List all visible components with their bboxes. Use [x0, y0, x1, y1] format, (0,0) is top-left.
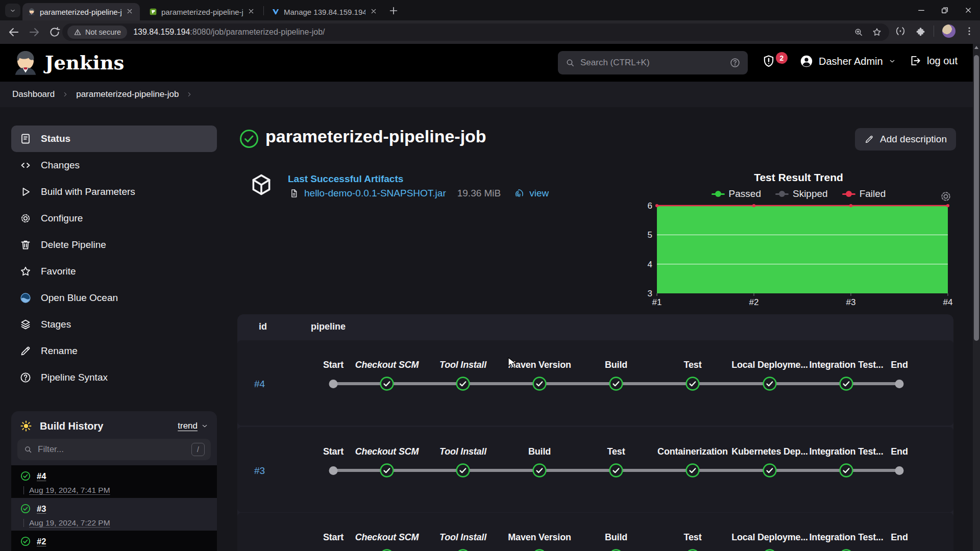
- filter-input[interactable]: [38, 444, 186, 455]
- svg-text:#3: #3: [846, 297, 856, 307]
- tab-title: Manage 139.84.159.194 - Vult: [284, 8, 365, 16]
- breadcrumb-job[interactable]: parameterized-pipeline-job: [76, 89, 179, 99]
- add-description-button[interactable]: Add description: [855, 128, 956, 151]
- jenkins-favicon: [28, 8, 36, 16]
- sidebar-item-status[interactable]: Status: [11, 126, 217, 152]
- pipeline-terminal-node[interactable]: [329, 466, 338, 475]
- security-notification-button[interactable]: 2: [762, 53, 790, 72]
- reload-button[interactable]: [48, 26, 61, 39]
- scrollbar-up-arrow[interactable]: [974, 46, 978, 49]
- stage-success-node[interactable]: [839, 463, 854, 478]
- stage-success-node[interactable]: [762, 376, 777, 391]
- pipeline-terminal-node[interactable]: [895, 466, 904, 475]
- sidebar-item-changes[interactable]: Changes: [11, 152, 217, 179]
- stage-success-node[interactable]: [379, 548, 395, 551]
- zoom-icon[interactable]: [853, 27, 864, 37]
- stage-success-node[interactable]: [608, 376, 624, 391]
- stage-success-node[interactable]: [762, 463, 777, 478]
- tab-close-icon[interactable]: [247, 7, 256, 16]
- legend-item-failed[interactable]: Failed: [842, 188, 886, 199]
- sidebar-item-configure[interactable]: Configure: [11, 205, 217, 232]
- sidebar-item-rename[interactable]: Rename: [11, 338, 217, 364]
- sidebar-item-label: Favorite: [41, 266, 76, 277]
- jenkins-home-link[interactable]: Jenkins: [11, 48, 124, 77]
- tab-close-icon[interactable]: [370, 7, 379, 16]
- build-number-link[interactable]: #3: [37, 504, 46, 514]
- build-date-link[interactable]: Aug 19, 2024, 7:41 PM: [29, 486, 110, 495]
- bookmark-star-icon[interactable]: [872, 27, 882, 37]
- breadcrumb: Dashboard parameterized-pipeline-job: [0, 82, 980, 107]
- extensions-icon[interactable]: [914, 26, 925, 37]
- trend-link[interactable]: trend: [178, 421, 209, 431]
- gitea-favicon: [149, 8, 157, 16]
- stage-success-node[interactable]: [455, 548, 471, 551]
- column-header-id: id: [259, 321, 267, 332]
- stage-success-node[interactable]: [608, 548, 624, 551]
- stage-label: End: [891, 446, 908, 457]
- search-input[interactable]: [580, 58, 724, 68]
- build-id-link[interactable]: #3: [254, 465, 265, 477]
- chart-title: Test Result Trend: [644, 168, 953, 184]
- stage-success-node[interactable]: [455, 463, 471, 478]
- stage-success-node[interactable]: [532, 376, 547, 391]
- back-button[interactable]: [7, 26, 20, 39]
- stage-success-node[interactable]: [685, 376, 700, 391]
- job-success-icon: [239, 129, 259, 149]
- build-number-link[interactable]: #2: [37, 537, 46, 546]
- sidebar-item-pipeline-syntax[interactable]: Pipeline Syntax: [11, 364, 217, 391]
- legend-item-skipped[interactable]: Skipped: [775, 188, 828, 199]
- sidebar-item-open-blue-ocean[interactable]: Open Blue Ocean: [11, 285, 217, 311]
- tab-search-button[interactable]: [5, 4, 20, 17]
- artifact-file-link[interactable]: hello-demo-0.0.1-SNAPSHOT.jar: [304, 188, 446, 199]
- address-bar[interactable]: Not secure 139.84.159.194:8080/job/param…: [62, 23, 889, 41]
- sidebar-item-delete-pipeline[interactable]: Delete Pipeline: [11, 232, 217, 258]
- changes-icon: [19, 159, 32, 171]
- page-scrollbar[interactable]: [973, 44, 980, 551]
- tab-close-icon[interactable]: [126, 7, 135, 16]
- browser-tab-gitea[interactable]: parameterized-pipeline-job-init: [144, 3, 261, 20]
- browser-tab-jenkins[interactable]: parameterized-pipeline-job [Je: [22, 3, 140, 20]
- window-minimize-button[interactable]: [910, 0, 933, 20]
- build-number-link[interactable]: #4: [37, 471, 46, 481]
- user-menu[interactable]: Dasher Admin: [799, 54, 896, 68]
- stage-success-node[interactable]: [532, 463, 547, 478]
- build-date-link[interactable]: Aug 19, 2024, 7:22 PM: [29, 518, 110, 528]
- chart-settings-gear-icon[interactable]: [939, 190, 952, 203]
- breadcrumb-dashboard[interactable]: Dashboard: [12, 89, 55, 99]
- legend-item-passed[interactable]: Passed: [712, 188, 761, 199]
- window-restore-button[interactable]: [933, 0, 957, 20]
- sidebar-item-favorite[interactable]: Favorite: [11, 258, 217, 285]
- search-help-icon[interactable]: [729, 57, 741, 68]
- stage-success-node[interactable]: [762, 548, 777, 551]
- scrollbar-thumb[interactable]: [974, 55, 979, 341]
- pipeline-terminal-node[interactable]: [329, 380, 338, 388]
- sidebar-item-stages[interactable]: Stages: [11, 311, 217, 338]
- sidebar-item-label: Pipeline Syntax: [41, 372, 108, 383]
- browser-menu-icon[interactable]: [964, 26, 975, 37]
- stage-success-node[interactable]: [685, 463, 700, 478]
- side-panel-icon[interactable]: [895, 26, 906, 37]
- stage-success-node[interactable]: [379, 376, 395, 391]
- stage-success-node[interactable]: [839, 376, 854, 391]
- artifact-view-link[interactable]: view: [529, 188, 549, 199]
- chevron-right-icon[interactable]: [186, 91, 193, 98]
- sidebar-item-build-with-parameters[interactable]: Build with Parameters: [11, 179, 217, 205]
- pipeline-terminal-node[interactable]: [895, 380, 904, 388]
- last-successful-artifacts-link[interactable]: Last Successful Artifacts: [288, 173, 403, 185]
- security-chip[interactable]: Not secure: [67, 26, 127, 39]
- build-id-link[interactable]: #4: [254, 379, 265, 390]
- logout-button[interactable]: log out: [909, 54, 958, 67]
- browser-tab-vultr[interactable]: Manage 139.84.159.194 - Vult: [266, 3, 384, 20]
- browser-tab-bar: parameterized-pipeline-job [Je parameter…: [0, 0, 980, 20]
- stage-success-node[interactable]: [379, 463, 395, 478]
- stage-success-node[interactable]: [532, 548, 547, 551]
- stage-success-node[interactable]: [839, 548, 854, 551]
- window-close-button[interactable]: [957, 0, 980, 20]
- forward-button[interactable]: [28, 26, 41, 39]
- stage-success-node[interactable]: [608, 463, 624, 478]
- chart-plot[interactable]: 6543#1#2#3#4: [644, 202, 953, 308]
- browser-profile-avatar[interactable]: [942, 24, 955, 38]
- stage-success-node[interactable]: [685, 548, 700, 551]
- stage-success-node[interactable]: [455, 376, 471, 391]
- new-tab-button[interactable]: [388, 5, 399, 16]
